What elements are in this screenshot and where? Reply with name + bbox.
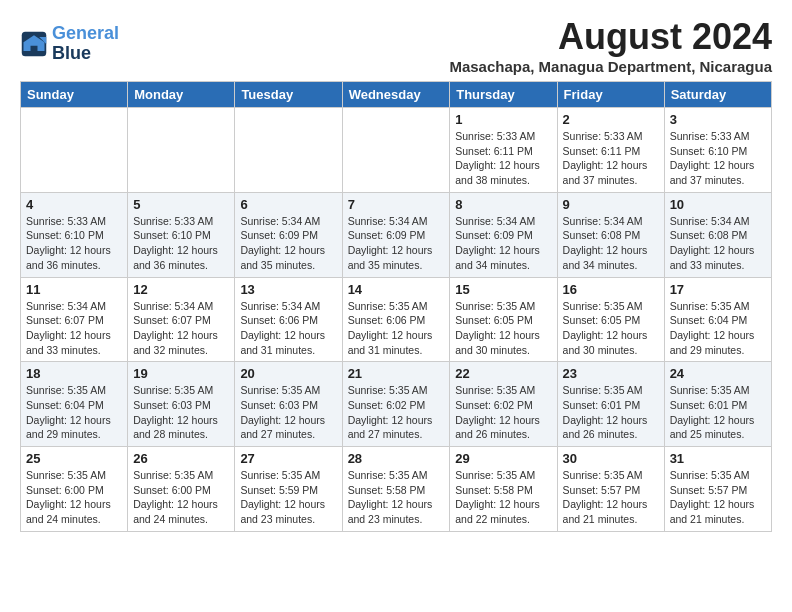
day-info: Sunrise: 5:35 AM Sunset: 6:03 PM Dayligh…	[240, 383, 336, 442]
day-number: 27	[240, 451, 336, 466]
day-info: Sunrise: 5:33 AM Sunset: 6:11 PM Dayligh…	[455, 129, 551, 188]
calendar-cell: 8Sunrise: 5:34 AM Sunset: 6:09 PM Daylig…	[450, 192, 557, 277]
day-number: 31	[670, 451, 766, 466]
calendar-cell	[235, 108, 342, 193]
day-number: 6	[240, 197, 336, 212]
calendar-cell: 17Sunrise: 5:35 AM Sunset: 6:04 PM Dayli…	[664, 277, 771, 362]
calendar-cell: 4Sunrise: 5:33 AM Sunset: 6:10 PM Daylig…	[21, 192, 128, 277]
day-info: Sunrise: 5:35 AM Sunset: 5:59 PM Dayligh…	[240, 468, 336, 527]
logo-line2: Blue	[52, 43, 91, 63]
day-number: 3	[670, 112, 766, 127]
calendar-week-row: 4Sunrise: 5:33 AM Sunset: 6:10 PM Daylig…	[21, 192, 772, 277]
calendar-cell: 20Sunrise: 5:35 AM Sunset: 6:03 PM Dayli…	[235, 362, 342, 447]
day-info: Sunrise: 5:35 AM Sunset: 6:00 PM Dayligh…	[133, 468, 229, 527]
location-subtitle: Masachapa, Managua Department, Nicaragua	[449, 58, 772, 75]
day-number: 5	[133, 197, 229, 212]
day-info: Sunrise: 5:34 AM Sunset: 6:08 PM Dayligh…	[670, 214, 766, 273]
day-number: 22	[455, 366, 551, 381]
calendar-cell: 16Sunrise: 5:35 AM Sunset: 6:05 PM Dayli…	[557, 277, 664, 362]
day-info: Sunrise: 5:35 AM Sunset: 5:58 PM Dayligh…	[348, 468, 445, 527]
day-info: Sunrise: 5:35 AM Sunset: 6:02 PM Dayligh…	[348, 383, 445, 442]
day-info: Sunrise: 5:35 AM Sunset: 5:57 PM Dayligh…	[563, 468, 659, 527]
calendar-cell: 23Sunrise: 5:35 AM Sunset: 6:01 PM Dayli…	[557, 362, 664, 447]
day-number: 9	[563, 197, 659, 212]
day-number: 18	[26, 366, 122, 381]
day-info: Sunrise: 5:34 AM Sunset: 6:09 PM Dayligh…	[455, 214, 551, 273]
weekday-header-monday: Monday	[128, 82, 235, 108]
day-info: Sunrise: 5:35 AM Sunset: 5:57 PM Dayligh…	[670, 468, 766, 527]
day-number: 14	[348, 282, 445, 297]
calendar-cell: 5Sunrise: 5:33 AM Sunset: 6:10 PM Daylig…	[128, 192, 235, 277]
calendar-cell: 28Sunrise: 5:35 AM Sunset: 5:58 PM Dayli…	[342, 447, 450, 532]
calendar-cell: 3Sunrise: 5:33 AM Sunset: 6:10 PM Daylig…	[664, 108, 771, 193]
day-number: 13	[240, 282, 336, 297]
day-number: 28	[348, 451, 445, 466]
day-info: Sunrise: 5:33 AM Sunset: 6:10 PM Dayligh…	[26, 214, 122, 273]
calendar-cell: 15Sunrise: 5:35 AM Sunset: 6:05 PM Dayli…	[450, 277, 557, 362]
day-number: 25	[26, 451, 122, 466]
day-info: Sunrise: 5:34 AM Sunset: 6:06 PM Dayligh…	[240, 299, 336, 358]
calendar-cell: 2Sunrise: 5:33 AM Sunset: 6:11 PM Daylig…	[557, 108, 664, 193]
logo-text: General Blue	[52, 24, 119, 64]
calendar-cell: 12Sunrise: 5:34 AM Sunset: 6:07 PM Dayli…	[128, 277, 235, 362]
calendar-cell: 26Sunrise: 5:35 AM Sunset: 6:00 PM Dayli…	[128, 447, 235, 532]
day-info: Sunrise: 5:35 AM Sunset: 6:03 PM Dayligh…	[133, 383, 229, 442]
calendar-week-row: 18Sunrise: 5:35 AM Sunset: 6:04 PM Dayli…	[21, 362, 772, 447]
day-info: Sunrise: 5:35 AM Sunset: 6:01 PM Dayligh…	[670, 383, 766, 442]
title-block: August 2024 Masachapa, Managua Departmen…	[449, 16, 772, 75]
calendar-cell: 31Sunrise: 5:35 AM Sunset: 5:57 PM Dayli…	[664, 447, 771, 532]
logo: General Blue	[20, 24, 119, 64]
day-number: 15	[455, 282, 551, 297]
day-number: 21	[348, 366, 445, 381]
calendar-cell: 22Sunrise: 5:35 AM Sunset: 6:02 PM Dayli…	[450, 362, 557, 447]
page-header: General Blue August 2024 Masachapa, Mana…	[20, 16, 772, 75]
calendar-cell: 21Sunrise: 5:35 AM Sunset: 6:02 PM Dayli…	[342, 362, 450, 447]
day-info: Sunrise: 5:33 AM Sunset: 6:11 PM Dayligh…	[563, 129, 659, 188]
calendar-cell: 19Sunrise: 5:35 AM Sunset: 6:03 PM Dayli…	[128, 362, 235, 447]
day-number: 4	[26, 197, 122, 212]
day-info: Sunrise: 5:35 AM Sunset: 6:05 PM Dayligh…	[563, 299, 659, 358]
day-info: Sunrise: 5:34 AM Sunset: 6:09 PM Dayligh…	[348, 214, 445, 273]
calendar-cell: 11Sunrise: 5:34 AM Sunset: 6:07 PM Dayli…	[21, 277, 128, 362]
weekday-header-thursday: Thursday	[450, 82, 557, 108]
day-info: Sunrise: 5:35 AM Sunset: 6:05 PM Dayligh…	[455, 299, 551, 358]
day-info: Sunrise: 5:33 AM Sunset: 6:10 PM Dayligh…	[133, 214, 229, 273]
calendar-cell: 24Sunrise: 5:35 AM Sunset: 6:01 PM Dayli…	[664, 362, 771, 447]
calendar-table: SundayMondayTuesdayWednesdayThursdayFrid…	[20, 81, 772, 532]
weekday-header-friday: Friday	[557, 82, 664, 108]
day-info: Sunrise: 5:35 AM Sunset: 6:02 PM Dayligh…	[455, 383, 551, 442]
calendar-cell: 6Sunrise: 5:34 AM Sunset: 6:09 PM Daylig…	[235, 192, 342, 277]
calendar-cell	[342, 108, 450, 193]
calendar-week-row: 25Sunrise: 5:35 AM Sunset: 6:00 PM Dayli…	[21, 447, 772, 532]
day-info: Sunrise: 5:35 AM Sunset: 6:01 PM Dayligh…	[563, 383, 659, 442]
day-info: Sunrise: 5:35 AM Sunset: 6:04 PM Dayligh…	[670, 299, 766, 358]
day-info: Sunrise: 5:35 AM Sunset: 5:58 PM Dayligh…	[455, 468, 551, 527]
day-number: 23	[563, 366, 659, 381]
calendar-cell: 30Sunrise: 5:35 AM Sunset: 5:57 PM Dayli…	[557, 447, 664, 532]
day-info: Sunrise: 5:34 AM Sunset: 6:08 PM Dayligh…	[563, 214, 659, 273]
calendar-cell: 10Sunrise: 5:34 AM Sunset: 6:08 PM Dayli…	[664, 192, 771, 277]
weekday-header-row: SundayMondayTuesdayWednesdayThursdayFrid…	[21, 82, 772, 108]
day-number: 11	[26, 282, 122, 297]
calendar-cell: 1Sunrise: 5:33 AM Sunset: 6:11 PM Daylig…	[450, 108, 557, 193]
logo-icon	[20, 30, 48, 58]
weekday-header-wednesday: Wednesday	[342, 82, 450, 108]
calendar-week-row: 11Sunrise: 5:34 AM Sunset: 6:07 PM Dayli…	[21, 277, 772, 362]
day-info: Sunrise: 5:35 AM Sunset: 6:04 PM Dayligh…	[26, 383, 122, 442]
calendar-cell: 13Sunrise: 5:34 AM Sunset: 6:06 PM Dayli…	[235, 277, 342, 362]
day-number: 7	[348, 197, 445, 212]
calendar-week-row: 1Sunrise: 5:33 AM Sunset: 6:11 PM Daylig…	[21, 108, 772, 193]
weekday-header-sunday: Sunday	[21, 82, 128, 108]
calendar-cell: 7Sunrise: 5:34 AM Sunset: 6:09 PM Daylig…	[342, 192, 450, 277]
day-number: 19	[133, 366, 229, 381]
calendar-cell: 18Sunrise: 5:35 AM Sunset: 6:04 PM Dayli…	[21, 362, 128, 447]
calendar-cell	[21, 108, 128, 193]
weekday-header-saturday: Saturday	[664, 82, 771, 108]
day-number: 16	[563, 282, 659, 297]
day-info: Sunrise: 5:35 AM Sunset: 6:00 PM Dayligh…	[26, 468, 122, 527]
day-number: 8	[455, 197, 551, 212]
day-info: Sunrise: 5:35 AM Sunset: 6:06 PM Dayligh…	[348, 299, 445, 358]
day-info: Sunrise: 5:34 AM Sunset: 6:07 PM Dayligh…	[26, 299, 122, 358]
day-number: 1	[455, 112, 551, 127]
day-number: 30	[563, 451, 659, 466]
